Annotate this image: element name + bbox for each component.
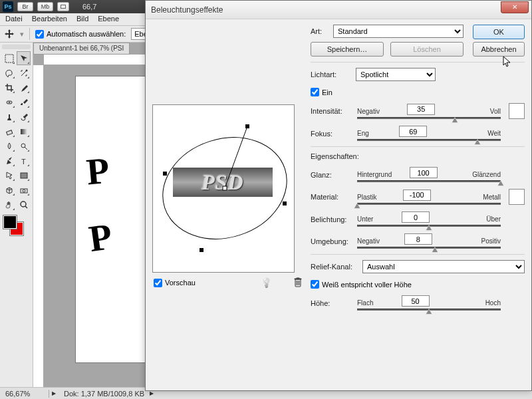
lasso-tool[interactable] [2,66,16,80]
auto-select-checkbox[interactable]: Automatisch auswählen: [35,30,126,39]
minibridge-button[interactable]: Mb [37,2,53,11]
move-tool-icon [4,29,15,39]
svg-point-10 [21,201,26,207]
gradient-tool[interactable] [17,124,31,138]
trash-icon[interactable] [293,277,303,289]
magic-wand-tool[interactable] [17,66,31,80]
exposure-slider[interactable] [357,225,501,227]
healing-tool[interactable] [2,95,16,109]
focus-value[interactable] [399,126,427,137]
svg-rect-15 [163,172,167,176]
brush-tool[interactable] [17,95,31,109]
menu-edit[interactable]: Bearbeiten [32,15,67,24]
marquee-tool[interactable] [2,51,16,65]
eraser-tool[interactable] [2,124,16,138]
menu-image[interactable]: Bild [76,15,88,24]
dialog-titlebar[interactable]: Beleuchtungseffekte ✕ [146,1,531,19]
dialog-title: Beleuchtungseffekte [151,5,501,15]
blur-tool[interactable] [2,139,16,153]
material-slider[interactable] [357,203,501,205]
ok-button[interactable]: OK [473,25,525,39]
white-high-checkbox[interactable]: Weiß entspricht voller Höhe [311,280,525,289]
svg-rect-13 [223,186,227,190]
svg-rect-17 [200,248,203,252]
doc-info[interactable]: Dok: 1,37 MB/1009,8 KB [59,390,150,398]
height-slider[interactable] [357,309,501,311]
eyedropper-tool[interactable] [17,80,31,94]
stamp-tool[interactable] [2,110,16,124]
crop-tool[interactable] [2,80,16,94]
focus-label: Fokus: [311,130,352,138]
svg-rect-3 [6,130,12,134]
hand-tool[interactable] [2,198,16,211]
svg-rect-14 [245,124,249,128]
style-dropdown[interactable]: Standard [333,25,464,38]
move-tool[interactable] [17,51,31,65]
menu-layer[interactable]: Ebene [98,15,119,24]
panel-grip[interactable] [2,45,31,49]
preview-area[interactable]: PSD [152,104,295,273]
delete-button: Löschen [390,42,464,57]
intensity-value[interactable] [407,104,435,115]
ruler-vertical[interactable] [33,65,44,387]
bridge-button[interactable]: Br [17,2,33,11]
exposure-value[interactable] [402,211,430,223]
view-button[interactable] [57,2,69,11]
close-button[interactable]: ✕ [501,1,529,13]
on-checkbox[interactable]: Ein [311,88,525,96]
tools-panel: T [0,43,33,387]
svg-text:T: T [21,158,26,166]
cancel-button[interactable]: Abbrechen [473,42,525,57]
lightbulb-icon[interactable]: 💡 [261,277,272,288]
properties-label: Eigenschaften: [311,152,525,160]
intensity-label: Intensität: [311,107,352,115]
svg-rect-7 [21,173,27,178]
focus-slider[interactable] [357,139,501,141]
material-label: Material: [311,193,352,201]
svg-rect-4 [21,129,27,134]
svg-line-12 [225,126,247,188]
history-brush-tool[interactable] [17,110,31,124]
document-tab[interactable]: Unbenannt-1 bei 66,7% (PSI [33,43,130,55]
style-label: Art: [311,27,329,35]
ambience-slider[interactable] [357,247,501,249]
texture-channel-label: Relief-Kanal: [311,263,358,271]
dodge-tool[interactable] [17,139,31,153]
light-type-label: Lichtart: [311,70,352,78]
photoshop-logo: Ps [3,1,13,12]
ambience-label: Umgebung: [311,237,352,245]
height-value[interactable] [402,295,430,307]
pen-tool[interactable] [2,154,16,168]
path-select-tool[interactable] [2,168,16,182]
zoom-level: 66,7 [82,3,96,11]
intensity-slider[interactable] [357,117,501,119]
3d-tool[interactable] [2,183,16,197]
mouse-cursor [503,56,513,69]
gloss-slider[interactable] [357,180,501,182]
svg-rect-16 [283,201,287,205]
camera-tool[interactable] [17,183,31,197]
type-tool[interactable]: T [17,154,31,168]
ambient-color-swatch[interactable] [509,189,525,205]
svg-rect-0 [5,55,13,63]
svg-point-9 [23,190,25,192]
ambience-value[interactable] [404,233,432,245]
color-swatches[interactable] [2,214,31,238]
menu-file[interactable]: Datei [5,15,23,24]
light-color-swatch[interactable] [509,103,525,119]
zoom-field[interactable]: 66,67% [3,390,49,398]
gloss-value[interactable] [410,167,438,178]
light-type-dropdown[interactable]: Spotlicht [356,68,436,81]
height-label: Höhe: [311,299,352,307]
shape-tool[interactable] [17,168,31,182]
exposure-label: Belichtung: [311,215,352,223]
material-value[interactable] [403,190,431,201]
lighting-effects-dialog: Beleuchtungseffekte ✕ PSD Vorschau [145,0,532,391]
preview-checkbox[interactable]: Vorschau [154,279,196,287]
texture-channel-dropdown[interactable]: Auswahl [362,260,525,273]
foreground-color[interactable] [3,215,17,229]
svg-point-1 [25,69,27,71]
save-button[interactable]: Speichern… [311,42,384,57]
zoom-tool[interactable] [17,198,31,211]
gloss-label: Glanz: [311,171,352,179]
